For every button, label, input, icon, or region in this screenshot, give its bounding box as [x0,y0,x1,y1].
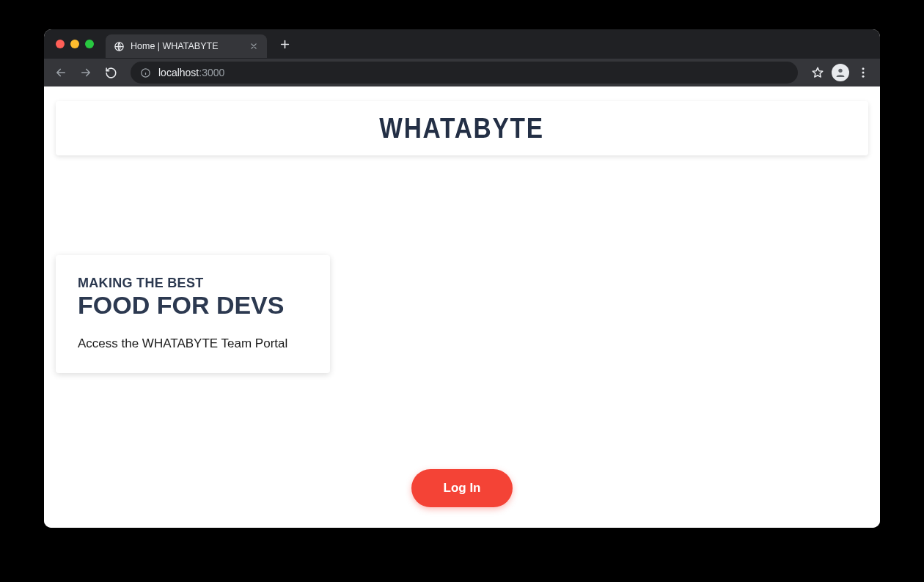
url-host: localhost [158,67,199,78]
url-text: localhost:3000 [158,67,224,78]
page-viewport: WHATABYTE MAKING THE BEST FOOD FOR DEVS … [44,86,880,528]
site-info-icon[interactable] [139,67,151,78]
window-close-button[interactable] [56,40,65,48]
hero-overline: MAKING THE BEST [78,276,308,291]
svg-point-6 [862,72,865,74]
address-bar[interactable]: localhost:3000 [131,62,798,84]
profile-avatar[interactable] [832,64,849,81]
new-tab-button[interactable] [274,34,295,54]
svg-point-4 [838,69,842,73]
tab-close-button[interactable] [248,40,260,52]
hero-description: Access the WHATABYTE Team Portal [78,336,308,351]
browser-window: Home | WHATABYTE [44,29,880,528]
url-port: :3000 [199,67,224,78]
window-controls [51,40,100,48]
hero-card: MAKING THE BEST FOOD FOR DEVS Access the… [56,255,330,373]
bookmark-button[interactable] [807,62,829,84]
window-minimize-button[interactable] [70,40,79,48]
browser-tab[interactable]: Home | WHATABYTE [106,34,267,58]
brand-logo-text: WHATABYTE [380,113,545,144]
hero-title: FOOD FOR DEVS [78,292,308,319]
back-button[interactable] [50,62,72,84]
tab-title: Home | WHATABYTE [131,41,218,51]
svg-point-7 [862,75,865,78]
svg-point-5 [862,67,865,70]
login-area: Log In [44,469,880,507]
reload-button[interactable] [100,62,122,84]
browser-menu-button[interactable] [852,62,874,84]
window-fullscreen-button[interactable] [85,40,94,48]
brand-header: WHATABYTE [56,101,868,155]
login-button[interactable]: Log In [411,469,513,507]
tab-strip: Home | WHATABYTE [44,29,880,59]
globe-icon [113,40,125,52]
browser-toolbar: localhost:3000 [44,59,880,86]
forward-button[interactable] [75,62,97,84]
